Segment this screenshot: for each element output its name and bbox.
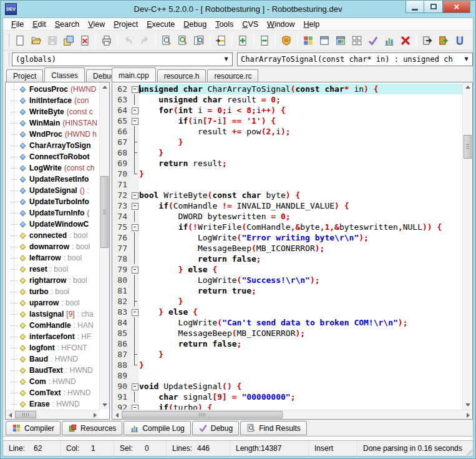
tree-item-focusproc[interactable]: FocusProc(HWND [6,84,99,95]
fold-marker[interactable] [130,116,139,126]
panel-tab-debug[interactable]: Debug [192,421,239,435]
abort-button[interactable] [397,32,414,49]
save-all-button[interactable] [61,32,77,49]
code-line[interactable]: 77 MessageBeep(MB_ICONERROR); [112,243,462,254]
title-bar[interactable]: DEV Dev-C++ 5.2.0.0 - [ Robotbesturing ]… [1,1,475,17]
tree-item-connected[interactable]: connected: bool [6,230,99,241]
fold-marker[interactable] [130,264,139,275]
maximize-button[interactable] [424,1,443,13]
open-button[interactable] [28,32,44,49]
tree-item-reset[interactable]: reset: bool [6,264,99,275]
fold-marker[interactable] [130,105,139,116]
scroll-right-arrow[interactable] [464,410,472,420]
menu-execute[interactable]: Execute [142,18,179,31]
scroll-left-arrow[interactable] [6,410,14,420]
member-combobox[interactable]: CharArrayToSignal(const char* in) : unsi… [237,52,473,66]
tree-item-baud[interactable]: Baud: HWND [6,353,99,365]
panel-tab-compiler[interactable]: Compiler [6,421,61,435]
tree-item-connecttorobot[interactable]: ConnectToRobot [6,151,99,162]
tree-item-comhandle[interactable]: ComHandle: HAN [6,320,99,331]
scroll-right-arrow[interactable] [90,410,99,420]
editor-horizontal-scrollbar[interactable] [112,410,472,419]
tree-item-baudtext[interactable]: BaudText: HWND [6,365,99,376]
project-options-button[interactable] [349,32,365,49]
code-line[interactable]: 79 } else { [112,264,462,275]
tab-classes[interactable]: Classes [44,67,85,82]
scroll-up-arrow[interactable] [100,82,110,92]
tree-horizontal-scrollbar[interactable] [6,410,99,419]
code-line[interactable]: 85 MessageBeep(MB_ICONERROR); [112,328,462,338]
tree-item-winmain[interactable]: WinMain(HINSTAN [6,117,99,129]
code-line[interactable]: 83 } else { [112,307,462,317]
fold-marker[interactable] [130,402,139,410]
tree-item-lastsignal[interactable]: lastsignal[9] : cha [6,308,99,320]
code-line[interactable]: 64 for(int i = 0;i < 8;i++) { [112,105,462,116]
profile-button[interactable] [278,32,294,49]
find-button[interactable] [158,32,175,49]
code-line[interactable]: 86 return false; [112,338,462,349]
panel-tab-resources[interactable]: Resources [62,421,122,435]
code-line[interactable]: 91 char signal[9] = "00000000"; [112,392,462,402]
menu-search[interactable]: Search [51,18,84,31]
new-project-button[interactable] [300,32,316,49]
tab-project[interactable]: Project [6,69,43,82]
code-line[interactable]: 68 } [112,147,462,158]
tree-item-downarrow[interactable]: downarrow: bool [6,241,99,252]
code-line[interactable]: 69 return result; [112,158,462,169]
tree-item-updatewindowc[interactable]: UpdateWindowC [6,219,99,230]
replace-button[interactable] [175,32,191,49]
menu-view[interactable]: View [84,18,109,31]
tree-item-updateresetinfo[interactable]: UpdateResetInfo [6,174,99,185]
debug-button[interactable] [452,32,468,49]
code-line[interactable]: 89 [112,370,462,381]
code-line[interactable]: 72bool WriteByte(const char byte) { [112,190,462,200]
toggle-bookmark-button[interactable] [256,32,273,49]
panel-tab-compile-log[interactable]: Compile Log [124,421,190,435]
code-line[interactable]: 80 LogWrite("Success!\r\n"); [112,275,462,285]
code-line[interactable]: 76 LogWrite("Error writing byte\r\n"); [112,232,462,243]
tree-item-wndproc[interactable]: WndProc(HWND h [6,129,99,140]
print-button[interactable] [99,32,115,49]
code-line[interactable]: 65 if(in[7-i] == '1') { [112,116,462,126]
fold-marker[interactable] [130,190,139,200]
menu-help[interactable]: Help [299,18,324,31]
goto-line-button[interactable] [213,32,229,49]
compile-button[interactable] [419,32,435,49]
tree-item-uparrow[interactable]: uparrow: bool [6,297,99,308]
fold-marker[interactable] [130,307,139,317]
code-line[interactable]: 88} [112,360,462,370]
tree-hscroll-thumb[interactable] [15,411,36,418]
code-line[interactable]: 70} [112,169,462,179]
navbar-grip[interactable] [7,52,9,66]
code-line[interactable]: 67 } [112,137,462,147]
menu-project[interactable]: Project [109,18,142,31]
tree-item-interfacefont[interactable]: interfacefont: HF [6,331,99,342]
tree-item-logwrite[interactable]: LogWrite(const ch [6,162,99,174]
new-window-button[interactable] [316,32,333,49]
new-file-button[interactable] [12,32,28,49]
chevron-down-icon[interactable]: ▼ [221,54,231,65]
close-file-button[interactable] [77,32,93,49]
code-line[interactable]: 71 [112,179,462,190]
tree-item-updateturboinfo[interactable]: UpdateTurboInfo [6,196,99,207]
code-line[interactable]: 62unsigned char CharArrayToSignal(const … [112,84,462,94]
fold-marker[interactable] [130,381,139,392]
menu-window[interactable]: Window [263,18,299,31]
code-line[interactable]: 81 return true; [112,285,462,296]
close-button[interactable]: × [443,1,470,13]
editor-hscroll-thumb[interactable] [122,411,283,418]
file-tab-resource-rc[interactable]: resource.rc [207,69,258,82]
tree-vertical-scrollbar[interactable] [99,82,109,410]
tree-item-com[interactable]: Com: HWND [6,376,99,387]
editor-vscroll-thumb[interactable] [464,135,472,159]
code-line[interactable]: 75 if(!WriteFile(ComHandle,&byte,1,&byte… [112,222,462,232]
menu-edit[interactable]: Edit [28,18,51,31]
code-line[interactable]: 82 } [112,296,462,307]
resize-grip[interactable] [465,448,472,455]
menu-file[interactable]: File [7,18,28,31]
code-line[interactable]: 63 unsigned char result = 0; [112,94,462,105]
scroll-left-arrow[interactable] [112,410,121,420]
code-line[interactable]: 84 LogWrite("Can't send data to broken C… [112,317,462,328]
compile-run-button[interactable] [435,32,452,49]
code-line[interactable]: 90void UpdateSignal() { [112,381,462,392]
